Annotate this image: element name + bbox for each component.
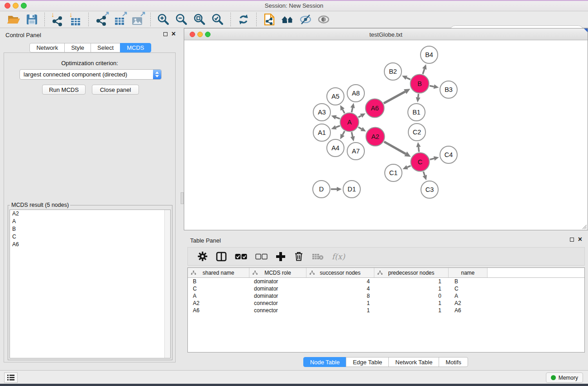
- graph-node-A7[interactable]: A7: [347, 143, 364, 160]
- graph-edge-A-A3[interactable]: [336, 117, 340, 119]
- table-row[interactable]: A6connector11A6: [188, 307, 584, 314]
- mcds-result-item[interactable]: A: [10, 218, 170, 225]
- graph-node-B4[interactable]: B4: [421, 46, 438, 63]
- zoom-fit-icon[interactable]: [192, 12, 207, 27]
- zoom-selected-icon[interactable]: [210, 12, 225, 27]
- column-header-predecessor-nodes[interactable]: predecessor nodes: [374, 268, 449, 277]
- graph-node-A3[interactable]: A3: [313, 104, 330, 121]
- table-settings-gear-icon[interactable]: [197, 250, 208, 263]
- refresh-view-icon[interactable]: [236, 12, 251, 27]
- tab-style[interactable]: Style: [64, 43, 91, 52]
- graph-edge-A6-B[interactable]: [384, 91, 405, 103]
- tab-edge-table[interactable]: Edge Table: [346, 357, 389, 367]
- graph-edge-A-A4[interactable]: [343, 131, 344, 135]
- function-builder-button[interactable]: f(x): [332, 250, 345, 263]
- table-row[interactable]: Bdominator41B: [188, 278, 584, 285]
- hide-graphics-details-icon[interactable]: [298, 12, 313, 27]
- graph-edge-B-B1[interactable]: [418, 94, 419, 97]
- graph-edge-A-A8[interactable]: [352, 108, 353, 112]
- graph-edge-A-A5[interactable]: [343, 110, 344, 113]
- graph-node-C[interactable]: C: [411, 153, 430, 172]
- graph-edge-A-A1[interactable]: [336, 126, 340, 127]
- close-table-panel-icon[interactable]: ×: [578, 237, 582, 242]
- export-table-icon[interactable]: ↗: [112, 12, 127, 27]
- export-image-icon[interactable]: ↗: [130, 12, 145, 27]
- column-header-MCDS-role[interactable]: MCDS role: [249, 268, 306, 277]
- column-header-successor-nodes[interactable]: successor nodes: [306, 268, 374, 277]
- graph-edge-C-C4[interactable]: [430, 158, 434, 159]
- add-column-icon[interactable]: [276, 250, 286, 263]
- mcds-result-item[interactable]: A2: [10, 210, 170, 218]
- select-all-checkboxes-icon[interactable]: [235, 250, 247, 263]
- graph-node-D[interactable]: D: [313, 181, 330, 198]
- graph-edge-A-A6[interactable]: [359, 116, 361, 117]
- graph-edge-B-B2[interactable]: [406, 78, 411, 80]
- table-row[interactable]: A2connector11A2: [188, 300, 584, 307]
- graph-edge-A-A7[interactable]: [352, 132, 353, 137]
- table-row[interactable]: Adominator80A: [188, 292, 584, 300]
- panel-divider-grip[interactable]: [181, 192, 184, 204]
- graph-node-A2[interactable]: A2: [366, 128, 385, 146]
- tab-network-table[interactable]: Network Table: [388, 357, 439, 367]
- open-session-icon[interactable]: [6, 12, 21, 27]
- import-table-icon[interactable]: ↓: [68, 12, 83, 27]
- run-mcds-button[interactable]: Run MCDS: [42, 85, 86, 95]
- graph-node-D1[interactable]: D1: [343, 181, 360, 198]
- graph-node-A4[interactable]: A4: [327, 139, 344, 157]
- memory-button[interactable]: Memory: [546, 372, 583, 383]
- graph-node-C1[interactable]: C1: [385, 164, 402, 181]
- mcds-result-item[interactable]: B: [10, 225, 170, 233]
- mcds-result-item[interactable]: C: [10, 233, 170, 241]
- status-menu-button[interactable]: [4, 372, 18, 383]
- column-header-shared-name[interactable]: shared name: [188, 268, 249, 277]
- show-hide-panels-icon[interactable]: [280, 12, 295, 27]
- import-network-icon[interactable]: ↓: [50, 12, 65, 27]
- zoom-in-icon[interactable]: [156, 12, 171, 27]
- graph-node-A1[interactable]: A1: [313, 124, 330, 141]
- window-resize-grip[interactable]: [581, 224, 587, 229]
- graph-node-B3[interactable]: B3: [440, 81, 457, 98]
- graph-node-A8[interactable]: A8: [347, 85, 364, 102]
- graph-node-A[interactable]: A: [340, 113, 359, 132]
- result-scrollbar[interactable]: [164, 210, 170, 358]
- tab-select[interactable]: Select: [91, 43, 120, 52]
- graph-edge-C-C1[interactable]: [407, 166, 411, 167]
- close-panel-icon[interactable]: ×: [172, 32, 176, 36]
- delete-table-icon[interactable]: [312, 250, 324, 263]
- show-graphics-details-icon[interactable]: [316, 12, 331, 27]
- float-table-panel-icon[interactable]: [570, 238, 574, 242]
- mcds-result-item[interactable]: A6: [10, 241, 170, 248]
- tab-motifs[interactable]: Motifs: [439, 357, 468, 367]
- graph-node-A5[interactable]: A5: [327, 88, 344, 105]
- column-header-name[interactable]: name: [449, 268, 488, 277]
- graph-edge-A2-C[interactable]: [384, 142, 406, 154]
- tab-network[interactable]: Network: [29, 43, 65, 52]
- graph-edge-C-C3[interactable]: [423, 172, 425, 176]
- float-panel-icon[interactable]: [163, 32, 167, 36]
- graph-node-C4[interactable]: C4: [440, 146, 457, 163]
- export-network-icon[interactable]: ↗: [94, 12, 109, 27]
- column-manager-icon[interactable]: [216, 250, 227, 263]
- graph-edge-B-B4[interactable]: [423, 69, 425, 74]
- graph-node-B1[interactable]: B1: [408, 104, 425, 121]
- table-row[interactable]: Cdominator41C: [188, 285, 584, 292]
- graph-node-C2[interactable]: C2: [408, 124, 425, 141]
- save-session-icon[interactable]: [24, 12, 39, 27]
- network-window-titlebar[interactable]: testGlobe.txt: [184, 29, 588, 40]
- tab-node-table[interactable]: Node Table: [303, 357, 347, 367]
- optimization-criterion-dropdown[interactable]: largest connected component (directed): [19, 69, 162, 80]
- graph-edge-B-B3[interactable]: [430, 86, 434, 86]
- graph-edge-A-A2[interactable]: [359, 127, 362, 129]
- delete-column-trash-icon[interactable]: [294, 250, 304, 263]
- deselect-all-checkboxes-icon[interactable]: [255, 250, 268, 263]
- network-from-selection-icon[interactable]: [262, 12, 277, 27]
- tab-mcds[interactable]: MCDS: [120, 43, 151, 52]
- close-panel-button[interactable]: Close panel: [92, 85, 139, 95]
- graph-node-B2[interactable]: B2: [384, 63, 402, 80]
- zoom-out-icon[interactable]: [174, 12, 189, 27]
- graph-node-B[interactable]: B: [411, 75, 429, 93]
- graph-edge-C-C2[interactable]: [418, 147, 419, 152]
- graph-node-A6[interactable]: A6: [366, 99, 384, 118]
- network-canvas[interactable]: AA1A2A3A4A5A6A7A8BB1B2B3B4CC1C2C3C4DD1: [184, 40, 588, 230]
- graph-node-C3[interactable]: C3: [421, 181, 438, 198]
